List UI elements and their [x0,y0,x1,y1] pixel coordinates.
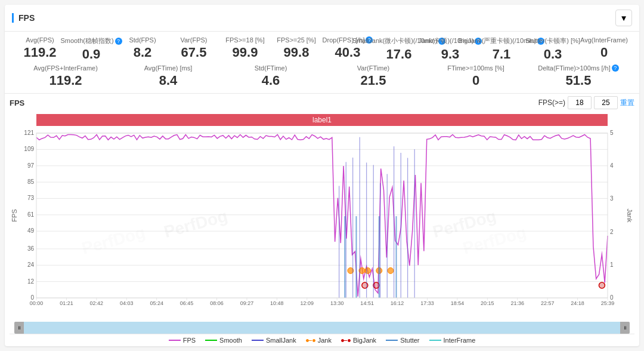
stat-label-row2-1: Avg(FTime) [ms] [144,64,193,72]
fps-threshold-1-input[interactable] [568,96,592,109]
stat-label-row2-5: Delta(FTime)>100ms [/h]? [538,64,619,72]
stat-label-row2-4: FTime>=100ms [%] [447,64,504,72]
stat-label-row2-2: Std(FTime) [255,64,287,72]
stat-item-row2-2: Std(FTime)4.6 [219,64,322,88]
legend-label-1: Smooth [219,337,242,344]
legend-label-0: FPS [183,337,196,344]
stat-value-row2-1: 8.4 [159,73,178,88]
stat-item-9: BigJank(严重卡顿)(/10min)?7.1 [476,36,527,62]
stat-item-0: Avg(FPS)119.2 [14,36,66,60]
fps-controls: FPS(>=) 重置 [538,96,634,109]
stats-row-1: Avg(FPS)119.2Smooth(稳帧指数)?0.9Std(FPS)8.2… [14,36,630,62]
stat-label-2: Std(FPS) [129,36,156,44]
stat-item-3: Var(FPS)67.5 [168,36,219,60]
stat-item-row2-0: Avg(FPS+InterFrame)119.2 [14,64,117,88]
legend-item-6: InterFrame [429,337,476,344]
legend-item-0: FPS [169,337,196,344]
stat-item-row2-1: Avg(FTime) [ms]8.4 [117,64,219,88]
stat-label-10: Stutter(卡顿率) [%] [525,36,580,45]
legend-item-3: Jank [306,337,332,344]
stat-value-row2-5: 51.5 [566,73,592,88]
stat-value-row2-4: 0 [472,73,479,88]
chart-area: PerfDog PerfDog [10,112,634,322]
stat-label-3: Var(FPS) [180,36,207,44]
collapse-button[interactable]: ▼ [615,10,632,26]
main-container: FPS ▼ Avg(FPS)119.2Smooth(稳帧指数)?0.9Std(F… [5,5,639,346]
stat-value-10: 0.3 [544,47,562,62]
stat-value-7: 17.6 [386,47,412,62]
stat-label-4: FPS>=18 [%] [225,36,264,44]
scrollbar-right-handle[interactable]: ⏸ [620,322,630,334]
stat-value-row2-3: 21.5 [361,73,386,88]
scrollbar[interactable]: ⏸ ⏸ [14,322,630,334]
stats-row-2: Avg(FPS+InterFrame)119.2Avg(FTime) [ms]8… [14,64,630,88]
scrollbar-left-handle[interactable]: ⏸ [14,322,24,334]
stat-label-row2-3: Var(FTime) [357,64,389,72]
stat-value-0: 119.2 [23,45,56,60]
stat-value-6: 40.3 [335,45,361,60]
stat-label-11: Avg(InterFrame) [580,36,628,44]
legend-label-5: Stutter [400,337,419,344]
stat-item-2: Std(FPS)8.2 [117,36,168,60]
scrollbar-fill [24,322,620,334]
stat-value-5: 99.8 [284,45,309,60]
stat-label-5: FPS>=25 [%] [277,36,315,44]
reset-button[interactable]: 重置 [620,98,634,108]
page-title: FPS [12,13,35,23]
chart-title: FPS [10,98,24,107]
stat-label-1: Smooth(稳帧指数)? [60,36,122,45]
legend-line-0 [169,340,181,341]
chevron-down-icon: ▼ [620,14,627,23]
legend-label-3: Jank [318,337,332,344]
stat-label-0: Avg(FPS) [26,36,54,44]
stat-value-4: 99.9 [233,45,258,60]
stat-item-row2-5: Delta(FTime)>100ms [/h]?51.5 [527,64,630,88]
chart-section: FPS FPS(>=) 重置 PerfDog PerfDog ⏸ ⏸ FPSSm… [5,94,639,346]
help-icon-row2-5[interactable]: ? [612,64,619,72]
legend-item-5: Stutter [386,337,419,344]
stat-value-2: 8.2 [134,45,152,60]
stat-item-7: SmallJank(微小卡顿)(/10min)?17.6 [373,36,425,62]
legend-line-5 [386,340,398,341]
stat-value-3: 67.5 [181,45,207,60]
stat-label-row2-0: Avg(FPS+InterFrame) [33,64,98,72]
stat-value-row2-2: 4.6 [262,73,280,88]
legend-line-1 [205,340,217,341]
legend-item-1: Smooth [205,337,242,344]
fps-threshold-2-input[interactable] [594,96,618,109]
stat-value-row2-0: 119.2 [49,73,82,88]
legend-line-6 [429,340,441,341]
fps-chart-canvas [10,112,634,322]
stats-section: Avg(FPS)119.2Smooth(稳帧指数)?0.9Std(FPS)8.2… [5,32,639,94]
header: FPS ▼ [5,5,639,32]
stat-item-11: Avg(InterFrame)0 [578,36,630,60]
legend-line-2 [252,340,264,341]
stat-item-1: Smooth(稳帧指数)?0.9 [66,36,117,62]
chart-header: FPS FPS(>=) 重置 [10,96,634,109]
stat-item-row2-4: FTime>=100ms [%]0 [425,64,527,88]
legend-label-2: SmallJank [266,337,296,344]
stat-item-row2-3: Var(FTime)21.5 [322,64,425,88]
legend-item-2: SmallJank [252,337,296,344]
stat-value-1: 0.9 [82,47,101,62]
legend-label-6: InterFrame [444,337,476,344]
legend-label-4: BigJank [353,337,376,344]
stat-item-5: FPS>=25 [%]99.8 [271,36,322,60]
fps-gte-label: FPS(>=) [538,98,565,107]
stat-value-8: 9.3 [441,47,460,62]
stat-value-11: 0 [600,45,608,60]
stat-item-4: FPS>=18 [%]99.9 [219,36,271,60]
legend-bar: FPSSmoothSmallJank Jank BigJankStutterIn… [10,334,634,346]
stat-item-10: Stutter(卡顿率) [%]0.3 [527,36,578,62]
stat-value-9: 7.1 [493,47,511,62]
legend-item-4: BigJank [341,337,376,344]
